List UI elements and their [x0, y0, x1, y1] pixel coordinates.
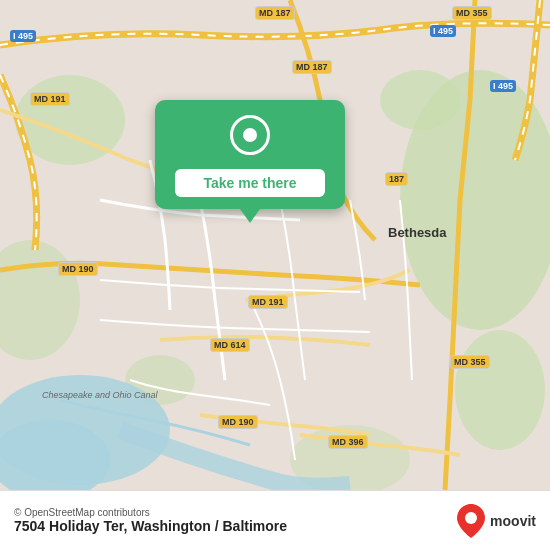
moovit-wordmark: moovit	[490, 513, 536, 529]
address-text: 7504 Holiday Ter, Washington / Baltimore	[14, 518, 457, 534]
road-label-md614: MD 614	[210, 338, 250, 352]
svg-point-10	[465, 512, 477, 524]
road-label-md191-w: MD 191	[30, 92, 70, 106]
road-label-i495-ne: I 495	[430, 25, 456, 37]
road-label-187-mid: 187	[385, 172, 408, 186]
svg-point-6	[455, 330, 545, 450]
moovit-pin-icon	[457, 504, 485, 538]
road-label-md355-top: MD 355	[452, 6, 492, 20]
road-label-md187-top: MD 187	[255, 6, 295, 20]
moovit-logo: moovit	[457, 504, 536, 538]
popup-card: Take me there	[155, 100, 345, 209]
copyright-text: © OpenStreetMap contributors	[14, 507, 457, 518]
map-svg	[0, 0, 550, 490]
place-label-bethesda: Bethesda	[388, 225, 447, 240]
footer-bar: © OpenStreetMap contributors 7504 Holida…	[0, 490, 550, 550]
road-label-i495-nw: I 495	[10, 30, 36, 42]
road-label-md191-mid: MD 191	[248, 295, 288, 309]
take-me-there-button[interactable]: Take me there	[175, 169, 325, 197]
svg-point-2	[380, 70, 460, 130]
road-label-md190-w: MD 190	[58, 262, 98, 276]
location-pin-icon	[230, 115, 270, 155]
water-label: Chesapeake and Ohio Canal	[42, 390, 158, 400]
pin-inner	[243, 128, 257, 142]
road-label-i495-e: I 495	[490, 80, 516, 92]
road-label-md190-s: MD 190	[218, 415, 258, 429]
road-label-md355-s: MD 355	[450, 355, 490, 369]
map-container: I 495 I 495 I 495 MD 187 MD 187 MD 355 M…	[0, 0, 550, 490]
road-label-md396: MD 396	[328, 435, 368, 449]
road-label-md187-mid: MD 187	[292, 60, 332, 74]
